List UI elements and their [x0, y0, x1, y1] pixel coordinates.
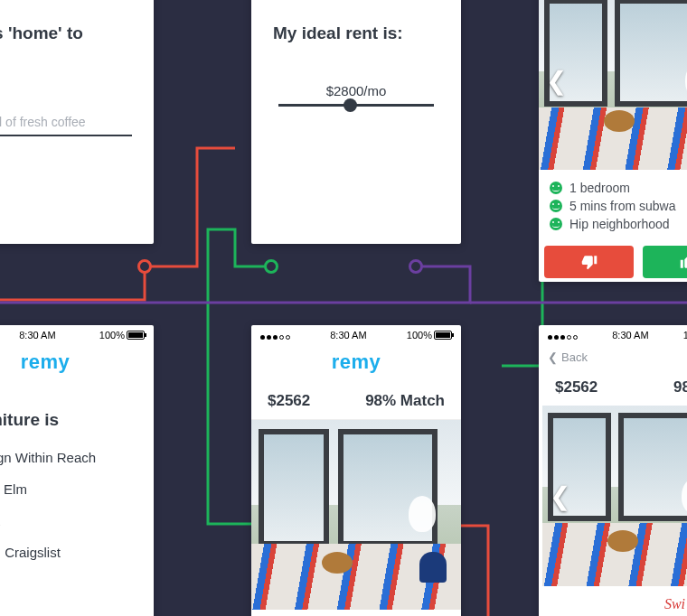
happy-icon: [550, 218, 562, 230]
status-time: 8:30 AM: [330, 330, 366, 341]
listing-photo[interactable]: [251, 420, 461, 610]
listing-photo[interactable]: ❮: [539, 0, 687, 170]
battery-icon: 100%: [99, 330, 145, 341]
screen-furniture: 8:30 AM 100% remy y furniture is Design …: [0, 325, 154, 616]
happy-icon: [550, 182, 562, 194]
dislike-button[interactable]: [544, 246, 634, 278]
furniture-option[interactable]: IKEA: [0, 513, 136, 528]
thumbs-up-icon: [680, 254, 688, 270]
screen-home-question: hat is 'home' to ou?: [0, 0, 154, 244]
listing-photo[interactable]: ❮: [542, 406, 687, 586]
screen-listing-detail: 8:30 AM 100% ❮Back $2562 98% M ❮: [539, 325, 687, 616]
screen-ideal-rent: My ideal rent is: $2800/mo: [251, 0, 461, 244]
feature-row: 5 mins from subwa: [550, 199, 687, 213]
status-time: 8:30 AM: [19, 330, 55, 341]
furniture-option[interactable]: From Craigslist: [0, 545, 136, 560]
brand-logo: remy: [0, 345, 154, 383]
status-bar: 8:30 AM 100%: [0, 325, 154, 345]
rent-title: My ideal rent is:: [259, 22, 454, 45]
question-title: hat is 'home' to ou?: [0, 22, 132, 68]
signal-icon: [548, 331, 578, 340]
listing-match: 98% Match: [365, 392, 445, 410]
flow-node-green: [264, 259, 278, 274]
like-button[interactable]: [643, 246, 687, 278]
status-bar: 8:30 AM 100%: [539, 325, 687, 345]
rent-slider-knob[interactable]: [344, 98, 357, 112]
home-answer-input[interactable]: [0, 109, 132, 136]
furniture-option[interactable]: West Elm: [0, 481, 136, 497]
photo-prev-icon[interactable]: ❮: [546, 66, 567, 96]
listing-price: $2562: [555, 378, 598, 397]
happy-icon: [550, 200, 562, 212]
flow-node-purple: [409, 259, 423, 274]
battery-icon: 100%: [683, 330, 687, 341]
listing-price: $2562: [268, 392, 310, 410]
battery-icon: 100%: [407, 330, 452, 341]
furniture-title: y furniture is: [0, 408, 136, 432]
rent-value: $2800/mo: [278, 83, 434, 98]
signal-icon: [260, 331, 290, 340]
screen-listing-summary: ❮ 1 bedroom 5 mins from subwa Hip neighb…: [539, 0, 687, 282]
listing-match: 98% M: [673, 378, 687, 397]
photo-prev-icon[interactable]: ❮: [550, 481, 570, 511]
brand-logo: remy: [251, 345, 461, 383]
furniture-option[interactable]: Design Within Reach: [0, 450, 136, 465]
status-bar: 8:30 AM 100%: [251, 325, 461, 345]
rent-slider[interactable]: [278, 104, 434, 107]
price-match-bar: $2562 98% Match: [251, 383, 461, 420]
status-time: 8:30 AM: [612, 330, 648, 341]
flow-node-red: [137, 259, 152, 274]
feature-row: 1 bedroom: [550, 181, 687, 195]
thumbs-down-icon: [581, 254, 598, 270]
swipe-annotation: Swi: [664, 596, 685, 612]
back-button[interactable]: ❮Back: [539, 345, 687, 369]
screen-listing-match: 8:30 AM 100% remy $2562 98% Match: [251, 325, 461, 616]
chevron-left-icon: ❮: [548, 350, 558, 364]
feature-row: Hip neighborhood: [550, 217, 687, 231]
price-match-bar: $2562 98% M: [539, 369, 687, 406]
